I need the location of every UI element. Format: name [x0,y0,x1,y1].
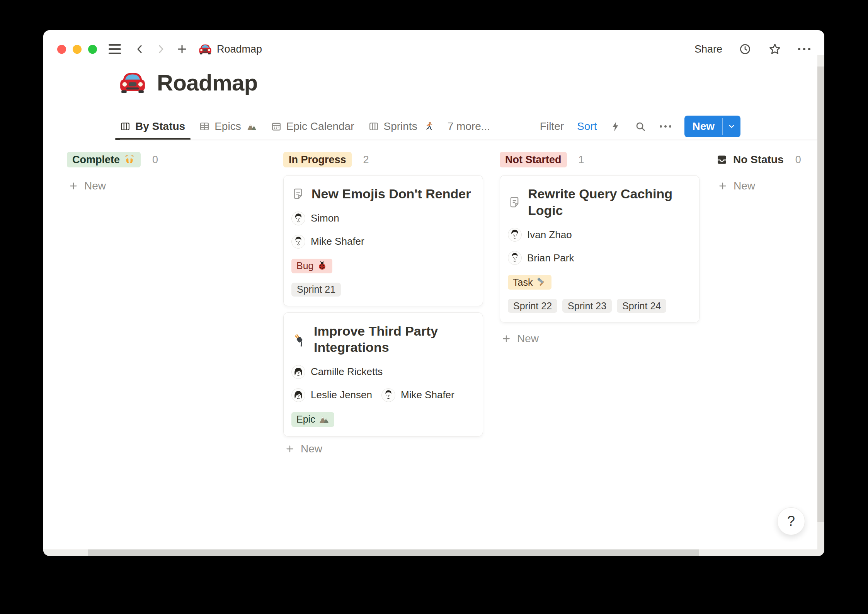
person: Mike Shafer [291,235,364,249]
vertical-scrollbar-thumb[interactable] [817,67,824,522]
page-document-icon [508,196,521,209]
person-name: Camille Ricketts [311,366,383,378]
horizontal-scrollbar-thumb[interactable] [88,549,699,556]
help-button[interactable]: ? [777,507,805,535]
column-header: Complete 0 [67,152,267,167]
notion-window: Roadmap Share Ro [43,30,824,556]
breadcrumb[interactable]: Roadmap [198,42,262,56]
tab-sprints[interactable]: Sprints [368,113,434,140]
sidebar-toggle-icon[interactable] [109,44,121,54]
tab-epics[interactable]: Epics [199,113,257,140]
no-status-header[interactable]: No Status [716,154,784,166]
tag-task: Task [508,275,551,290]
status-pill-in-progress[interactable]: In Progress [283,152,352,167]
titlebar-actions: Share [694,42,810,56]
plus-icon [501,334,511,344]
page-document-icon [291,187,305,200]
assignee-row: Leslie Jensen Mike Shafer [291,388,475,402]
forward-icon[interactable] [155,43,167,55]
sprint-pill: Sprint 23 [562,299,612,313]
assignee-row: Simon [291,211,475,225]
tag-label: Task [513,277,533,288]
person-name: Leslie Jensen [311,389,372,401]
status-pill-complete[interactable]: Complete [67,152,141,167]
automations-bolt-icon[interactable] [610,121,621,132]
car-emoji-icon [118,68,147,97]
status-pill-not-started[interactable]: Not Started [500,152,567,167]
more-options-icon[interactable] [798,48,810,50]
filter-button[interactable]: Filter [540,120,564,133]
column-count: 0 [152,154,158,166]
add-card-label: New [734,180,755,192]
inbox-icon [716,154,728,165]
card-new-emojis[interactable]: New Emojis Don't Render Simon [283,175,483,306]
page-title-text: Roadmap [157,70,258,96]
view-controls: Filter Sort New [540,116,740,137]
person: Brian Park [508,251,574,265]
breadcrumb-title: Roadmap [217,43,262,55]
electric-plug-emoji-icon [291,331,307,347]
assignee-row: Ivan Zhao [508,228,691,242]
new-tab-plus-icon[interactable] [176,43,188,55]
maximize-window-button[interactable] [88,45,97,54]
avatar [381,388,395,402]
tab-epic-calendar[interactable]: Epic Calendar [271,113,354,140]
tag-row: Task [508,275,691,290]
search-icon[interactable] [635,121,647,133]
add-card-button[interactable]: New [716,180,755,192]
sprint-pill: Sprint 21 [291,283,341,297]
board-view-icon [368,121,379,132]
assignee-row: Camille Ricketts [291,365,475,379]
hammer-emoji-icon [536,277,546,288]
plus-icon [68,181,78,191]
sprint-row: Sprint 22 Sprint 23 Sprint 24 [508,299,691,313]
tab-by-status[interactable]: By Status [120,113,185,140]
column-count: 0 [795,154,801,166]
favorite-star-icon[interactable] [768,42,782,56]
card-title-row: New Emojis Don't Render [291,186,475,202]
tag-label: Epic [296,414,315,425]
minimize-window-button[interactable] [73,45,82,54]
share-button[interactable]: Share [694,43,722,55]
new-button[interactable]: New [684,116,740,137]
person-name: Brian Park [527,252,574,264]
assignee-row: Mike Shafer [291,235,475,249]
status-label: Complete [72,154,120,166]
mountain-emoji-icon [247,121,257,132]
tag-row: Epic [291,412,475,427]
person: Mike Shafer [381,388,454,402]
add-card-label: New [84,180,106,192]
tag-row: Bug [291,259,475,273]
updates-clock-icon[interactable] [739,43,752,56]
tab-more[interactable]: 7 more... [448,113,490,140]
add-card-button[interactable]: New [500,333,539,345]
add-card-button[interactable]: New [67,180,106,192]
person: Ivan Zhao [508,228,572,242]
card-title-row: Rewrite Query Caching Logic [508,186,691,218]
chevron-down-icon[interactable] [723,116,740,137]
card-integrations[interactable]: Improve Third Party Integrations Camille… [283,312,483,437]
person-name: Mike Shafer [311,235,364,247]
back-icon[interactable] [134,43,146,55]
tag-epic: Epic [291,412,334,427]
column-count: 2 [363,154,369,166]
close-window-button[interactable] [57,45,66,54]
window-controls [57,45,97,54]
person-name: Mike Shafer [401,389,454,401]
tab-label: By Status [135,120,185,133]
table-view-icon [199,121,210,132]
view-options-icon[interactable] [660,125,671,128]
sprint-pill: Sprint 22 [508,299,557,313]
assignee-row: Brian Park [508,251,691,265]
add-card-button[interactable]: New [283,443,322,455]
tab-label: Epics [214,120,241,133]
person: Camille Ricketts [291,365,383,379]
mountain-emoji-icon [319,414,329,425]
horizontal-scrollbar [43,549,824,556]
card-query-caching[interactable]: Rewrite Query Caching Logic Ivan Zhao [500,175,700,322]
tab-label: Sprints [384,120,417,133]
sort-button[interactable]: Sort [577,120,597,133]
column-complete: Complete 0 New [67,152,267,548]
card-title: New Emojis Don't Render [311,186,471,202]
page-title[interactable]: Roadmap [118,68,258,97]
